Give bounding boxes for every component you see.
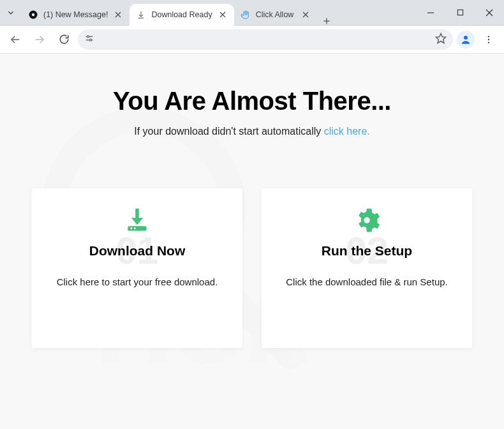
browser-titlebar: (1) New Message! Download Ready Click Al… [0, 0, 504, 26]
svg-marker-21 [436, 33, 446, 43]
tab-strip: (1) New Message! Download Ready Click Al… [22, 0, 416, 26]
tab-label: (1) New Message! [43, 10, 108, 19]
tab-new-message[interactable]: (1) New Message! [22, 4, 130, 26]
minimize-button[interactable] [416, 0, 445, 25]
dot-icon [28, 10, 38, 20]
svg-point-20 [89, 39, 91, 41]
minimize-icon [427, 9, 434, 17]
tune-icon[interactable] [84, 33, 94, 46]
card-desc: Click the downloaded file & run Setup. [279, 276, 454, 287]
tab-download-ready[interactable]: Download Ready [130, 4, 233, 26]
svg-point-23 [488, 36, 489, 37]
arrow-left-icon [10, 34, 21, 45]
hero: You Are Almost There... If your download… [0, 87, 504, 137]
browser-toolbar [0, 26, 504, 54]
svg-rect-12 [457, 10, 463, 15]
cards-row: 01 Download Now Click here to start your… [0, 188, 504, 348]
card-title: Run the Setup [322, 243, 412, 259]
card-run-setup[interactable]: 02 Run the Setup Click the downloaded fi… [262, 188, 472, 348]
kebab-icon [484, 34, 494, 45]
click-here-link[interactable]: click here. [324, 126, 370, 137]
close-icon[interactable] [300, 10, 311, 20]
svg-point-33 [364, 217, 370, 223]
tab-search-dropdown[interactable] [0, 0, 22, 25]
back-button[interactable] [5, 29, 26, 50]
close-icon[interactable] [218, 10, 228, 20]
hand-icon [241, 10, 251, 20]
card-title: Download Now [89, 243, 186, 259]
svg-point-25 [488, 41, 489, 43]
page-headline: You Are Almost There... [0, 87, 504, 116]
address-bar[interactable] [78, 29, 453, 50]
tab-click-allow[interactable]: Click Allow [234, 4, 317, 26]
svg-point-22 [464, 36, 468, 40]
bookmark-button[interactable] [435, 33, 447, 47]
maximize-icon [457, 9, 464, 16]
browser-menu-button[interactable] [478, 29, 499, 50]
maximize-button[interactable] [445, 0, 475, 25]
avatar-icon [460, 34, 471, 45]
chevron-down-icon [6, 8, 15, 17]
profile-button[interactable] [457, 31, 475, 49]
star-icon [435, 33, 447, 44]
forward-button[interactable] [29, 29, 50, 50]
svg-point-1 [32, 13, 34, 16]
svg-point-24 [488, 38, 489, 40]
svg-point-18 [87, 35, 89, 37]
tab-label: Click Allow [256, 10, 295, 19]
close-icon [485, 9, 493, 17]
arrow-right-icon [34, 34, 45, 45]
reload-button[interactable] [54, 29, 74, 50]
url-input[interactable] [100, 34, 430, 45]
close-icon[interactable] [113, 10, 123, 20]
window-controls [416, 0, 504, 25]
tab-label: Download Ready [151, 10, 212, 19]
download-icon [136, 10, 146, 20]
reload-icon [59, 34, 70, 45]
plus-icon [322, 17, 331, 26]
card-desc: Click here to start your free download. [50, 276, 225, 287]
page-subtext: If your download didn't start automatica… [0, 126, 504, 137]
svg-marker-29 [131, 218, 143, 225]
page-content: risk You Are Almost There... If your dow… [0, 54, 504, 429]
close-window-button[interactable] [475, 0, 504, 25]
card-download-now[interactable]: 01 Download Now Click here to start your… [32, 188, 242, 348]
new-tab-button[interactable] [317, 17, 336, 26]
